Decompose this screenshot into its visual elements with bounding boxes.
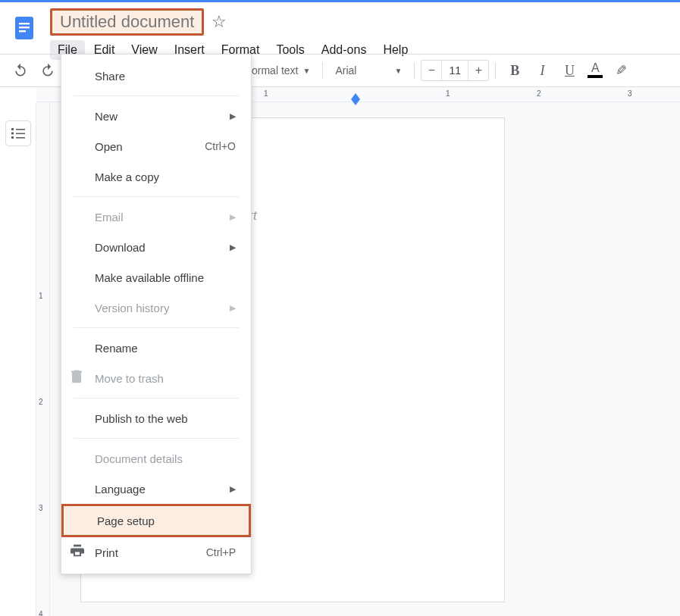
vruler-tick: 2 <box>39 398 43 406</box>
left-gutter <box>0 102 36 616</box>
paragraph-style-select[interactable]: ormal text ▼ <box>246 59 316 82</box>
menu-separator <box>74 327 239 328</box>
svg-rect-2 <box>19 27 30 28</box>
menu-item-label: New <box>95 110 118 123</box>
print-icon <box>71 545 84 561</box>
menu-item-publish[interactable]: Publish to the web <box>61 403 251 433</box>
svg-rect-8 <box>11 136 14 139</box>
svg-rect-7 <box>16 133 25 135</box>
paragraph-style-label: ormal text <box>252 64 298 77</box>
menu-item-label: Page setup <box>97 514 155 527</box>
menu-item-label: Open <box>95 140 123 153</box>
docs-logo[interactable] <box>9 8 39 48</box>
menu-shortcut: Ctrl+O <box>205 140 236 152</box>
svg-rect-6 <box>11 133 14 135</box>
menu-item-make-offline[interactable]: Make available offline <box>61 262 251 292</box>
svg-rect-4 <box>11 128 14 130</box>
menu-item-label: Download <box>95 241 146 254</box>
vruler-tick: 3 <box>39 504 43 512</box>
star-icon[interactable]: ☆ <box>212 12 227 32</box>
italic-button[interactable]: I <box>529 59 555 82</box>
menu-shortcut: Ctrl+P <box>206 546 236 558</box>
menu-item-label: Rename <box>95 342 138 355</box>
ruler-tick: 1 <box>264 89 268 98</box>
svg-rect-9 <box>16 137 25 139</box>
vertical-ruler[interactable]: 1 2 3 4 <box>36 102 50 616</box>
menu-item-move-to-trash[interactable]: Move to trash <box>61 363 251 393</box>
file-menu-dropdown: Share New ▶ Open Ctrl+O Make a copy Emai… <box>61 54 252 574</box>
text-color-bar <box>588 75 603 78</box>
highlight-button[interactable]: ✎ <box>608 59 634 82</box>
menu-item-rename[interactable]: Rename <box>61 333 251 363</box>
submenu-caret-icon: ▶ <box>230 303 236 313</box>
svg-rect-1 <box>19 23 30 24</box>
undo-icon <box>13 63 28 78</box>
indent-marker[interactable] <box>351 93 360 99</box>
menu-item-label: Make a copy <box>95 170 159 183</box>
submenu-caret-icon: ▶ <box>230 242 236 252</box>
redo-button[interactable] <box>35 59 61 82</box>
trash-icon <box>71 370 83 387</box>
menu-item-label: Share <box>95 70 125 83</box>
bold-button[interactable]: B <box>502 59 528 82</box>
menu-item-label: Move to trash <box>95 372 164 385</box>
svg-rect-3 <box>19 30 26 32</box>
toolbar-separator <box>322 62 323 79</box>
vruler-tick: 4 <box>39 610 43 616</box>
menu-item-page-setup[interactable]: Page setup <box>61 504 251 537</box>
docs-logo-icon <box>11 14 38 42</box>
menu-item-label: Version history <box>95 302 169 314</box>
caret-down-icon: ▼ <box>302 67 310 75</box>
document-title[interactable]: Untitled document <box>50 8 204 36</box>
menu-item-language[interactable]: Language ▶ <box>61 474 251 504</box>
undo-button[interactable] <box>8 59 33 82</box>
font-size-stepper: − 11 + <box>421 60 489 81</box>
menu-item-label: Document details <box>95 452 183 465</box>
text-color-letter: A <box>591 63 600 73</box>
menu-separator <box>74 196 239 197</box>
underline-button[interactable]: U <box>556 59 582 82</box>
menu-item-label: Print <box>95 546 118 559</box>
menu-item-print[interactable]: Print Ctrl+P <box>61 537 251 568</box>
menu-separator <box>74 438 239 439</box>
app-header: Untitled document ☆ File Edit View Inser… <box>0 2 680 54</box>
ruler-tick: 3 <box>628 89 632 98</box>
menu-item-label: Email <box>95 211 124 224</box>
toolbar-separator <box>414 62 415 79</box>
outline-icon <box>11 128 25 139</box>
ruler-tick: 2 <box>537 89 541 98</box>
outline-toggle[interactable] <box>5 120 31 146</box>
font-family-select[interactable]: Arial ▼ <box>329 59 408 82</box>
menu-item-make-copy[interactable]: Make a copy <box>61 161 251 192</box>
font-family-label: Arial <box>335 64 356 77</box>
toolbar-separator <box>495 62 496 79</box>
text-color-button[interactable]: A <box>584 59 606 82</box>
submenu-caret-icon: ▶ <box>230 212 236 222</box>
font-size-decrease[interactable]: − <box>421 64 441 77</box>
ruler-tick: 1 <box>446 89 450 98</box>
menu-item-share[interactable]: Share <box>61 61 251 91</box>
caret-down-icon: ▼ <box>394 67 402 75</box>
font-size-increase[interactable]: + <box>468 64 488 77</box>
menu-item-version-history[interactable]: Version history ▶ <box>61 292 251 323</box>
redo-icon <box>40 63 55 78</box>
menu-item-label: Publish to the web <box>95 412 188 425</box>
font-size-value[interactable]: 11 <box>441 61 468 80</box>
menu-item-document-details[interactable]: Document details <box>61 443 251 474</box>
submenu-caret-icon: ▶ <box>230 111 236 121</box>
menu-item-label: Language <box>95 483 146 496</box>
svg-rect-5 <box>16 129 25 130</box>
vruler-tick: 1 <box>39 292 43 300</box>
menu-item-email[interactable]: Email ▶ <box>61 202 251 232</box>
menu-separator <box>74 398 239 399</box>
menu-item-download[interactable]: Download ▶ <box>61 232 251 262</box>
submenu-caret-icon: ▶ <box>230 484 236 494</box>
menu-item-label: Make available offline <box>95 271 204 284</box>
menu-item-open[interactable]: Open Ctrl+O <box>61 131 251 161</box>
menu-item-new[interactable]: New ▶ <box>61 101 251 131</box>
menu-separator <box>74 95 239 96</box>
